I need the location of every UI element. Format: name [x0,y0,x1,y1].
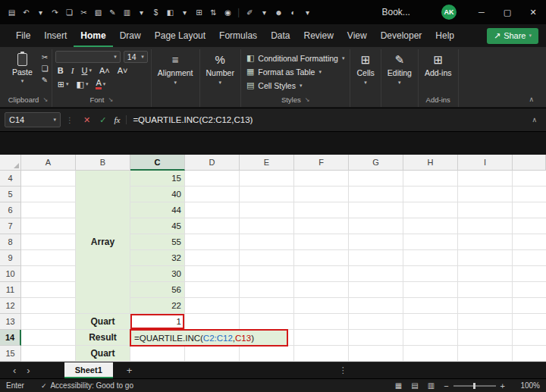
insert-function-button[interactable]: fx [111,115,127,124]
more-commands-icon[interactable]: ▾ [302,8,313,17]
cell-a5[interactable] [21,187,76,202]
cell-h5[interactable] [403,187,458,202]
column-header-c[interactable]: C [130,155,185,171]
tab-insert[interactable]: Insert [37,24,74,47]
spreadsheet-grid[interactable]: ABCDEFGHI4Array1554064474585593210301156… [0,155,546,362]
cell-d15[interactable] [185,346,240,362]
maximize-button[interactable]: ▢ [494,0,520,24]
zoom-percentage[interactable]: 100% [517,381,540,390]
cell-e6[interactable] [240,202,294,218]
cell-c9[interactable]: 32 [130,250,185,266]
tab-file[interactable]: File [9,24,37,47]
minimize-button[interactable]: ─ [469,0,494,24]
cell-c7[interactable]: 45 [130,218,185,234]
add-person-icon[interactable]: ☻ [273,8,284,17]
camera-icon[interactable]: ◉ [222,8,234,17]
cell-h6[interactable] [403,202,458,218]
cell-g15[interactable] [349,346,403,362]
cell-c11[interactable]: 56 [130,282,185,298]
collapse-ribbon-button[interactable]: ∧ [529,96,540,107]
cell-a12[interactable] [21,298,76,314]
avatar[interactable]: AK [441,5,457,20]
styles-dialog-launcher[interactable]: ↘ [305,96,310,103]
cell-i6[interactable] [458,202,513,218]
cell-f5[interactable] [294,187,349,202]
cut-icon[interactable]: ✂ [78,8,89,17]
sort-icon[interactable]: ⇅ [208,8,219,17]
cell-i13[interactable] [458,314,513,330]
cell-f13[interactable] [294,314,349,330]
column-header-i[interactable]: I [458,155,513,171]
cell-e7[interactable] [240,218,294,234]
italic-button[interactable]: I [69,64,77,77]
cell-e4[interactable] [240,171,294,187]
cell-f8[interactable] [294,234,349,250]
tab-draw[interactable]: Draw [113,24,148,47]
cell-i7[interactable] [458,218,513,234]
draw-icon[interactable]: ✐ [244,8,256,17]
font-size-combo[interactable]: 14 ▾ [124,51,148,63]
redo-icon[interactable]: ↷ [49,8,61,17]
cell-e15[interactable] [240,346,294,362]
column-header-a[interactable]: A [21,155,76,171]
row-header-8[interactable]: 8 [0,234,21,250]
undo-icon[interactable]: ↶ [20,8,32,17]
cell-h14[interactable] [403,330,458,346]
expand-formula-bar-icon[interactable]: ∧ [527,116,541,124]
column-header-f[interactable]: F [294,155,349,171]
cell-i12[interactable] [458,298,513,314]
underline-button[interactable]: U▾ [79,64,93,77]
row-header-11[interactable]: 11 [0,282,21,298]
fill-color-icon[interactable]: ◧ [165,8,176,17]
cell-i14[interactable] [458,330,513,346]
fill-chevron-icon[interactable]: ▾ [179,8,190,17]
cell-a15[interactable] [21,346,76,362]
row-header-13[interactable]: 13 [0,314,21,330]
tab-home[interactable]: Home [74,24,112,47]
row-header-5[interactable]: 5 [0,187,21,202]
share-button[interactable]: ↗ Share ▾ [487,28,538,44]
tab-page-layout[interactable]: Page Layout [148,24,212,47]
editing-button[interactable]: ✎ Editing ▾ [384,51,415,107]
merged-cell-array[interactable]: Array [76,171,130,314]
cell-a9[interactable] [21,250,76,266]
tab-view[interactable]: View [340,24,374,47]
cell-e9[interactable] [240,250,294,266]
cell-h4[interactable] [403,171,458,187]
cell-d10[interactable] [185,266,240,282]
cell-f6[interactable] [294,202,349,218]
column-header-e[interactable]: E [240,155,294,171]
column-header-d[interactable]: D [185,155,240,171]
conditional-formatting-button[interactable]: ◧ Conditional Formatting ▾ [244,52,347,64]
cell-b15[interactable]: Quart [76,346,130,362]
cell-g10[interactable] [349,266,403,282]
zoom-out-button[interactable]: − [439,381,453,390]
cell-c5[interactable]: 40 [130,187,185,202]
cell-g9[interactable] [349,250,403,266]
row-header-14[interactable]: 14 [0,330,21,346]
accessibility-status[interactable]: Accessibility: Good to go [50,381,133,390]
cell-c13[interactable]: 1 [130,314,185,330]
zoom-in-button[interactable]: + [496,381,510,390]
decrease-font-button[interactable]: A˅ [115,64,130,77]
cell-f15[interactable] [294,346,349,362]
printer-chevron-icon[interactable]: ▾ [136,8,147,17]
font-name-combo[interactable]: ▾ [55,51,121,63]
cell-a11[interactable] [21,282,76,298]
cell-g8[interactable] [349,234,403,250]
cell-g7[interactable] [349,218,403,234]
copy-button[interactable]: ❏ [42,64,49,74]
cell-styles-button[interactable]: ▤ Cell Styles ▾ [244,79,347,92]
sheet-nav-right-icon[interactable]: › [21,363,35,378]
page-break-view-button[interactable]: ▥ [423,381,439,390]
cell-a7[interactable] [21,218,76,234]
font-dialog-launcher[interactable]: ↘ [108,96,113,103]
addins-button[interactable]: ⊞ Add-ins [422,51,455,94]
row-header-15[interactable]: 15 [0,346,21,362]
cell-i9[interactable] [458,250,513,266]
cell-c14-active[interactable]: =QUARTILE.INC(C2:C12,C13) [130,330,185,346]
format-painter-button[interactable]: ✎ [42,76,49,85]
cell-i10[interactable] [458,266,513,282]
cell-e8[interactable] [240,234,294,250]
borders-button[interactable]: ⊞▾ [55,78,71,90]
